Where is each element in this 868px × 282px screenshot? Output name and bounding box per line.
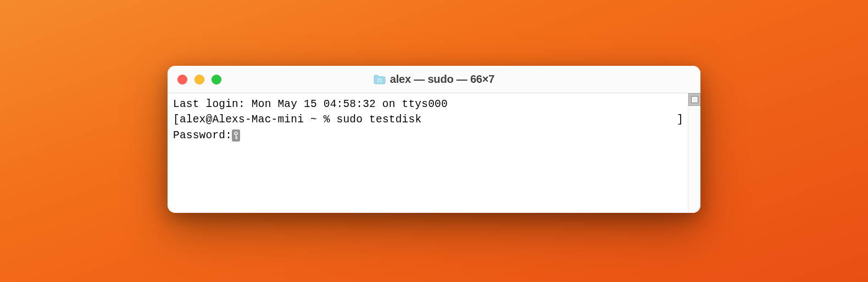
close-button[interactable] (177, 75, 187, 84)
terminal-content[interactable]: Last login: Mon May 15 04:58:32 on ttys0… (168, 93, 688, 213)
maximize-button[interactable] (212, 75, 221, 84)
window-controls (177, 75, 221, 84)
prompt-line: [alex@Alexs-Mac-mini ~ % sudo testdisk] (173, 112, 683, 127)
prompt-bracket-close: ] (677, 112, 683, 127)
prompt-bracket-open: [ (173, 114, 180, 126)
terminal-window: alex — sudo — 66×7 Last login: Mon May 1… (168, 66, 700, 213)
command-text: sudo testdisk (337, 114, 422, 126)
prompt-host: alex@Alexs-Mac-mini ~ % (180, 114, 337, 126)
password-line: Password: (173, 128, 683, 143)
svg-point-0 (235, 132, 237, 134)
terminal-body-wrap: Last login: Mon May 15 04:58:32 on ttys0… (168, 93, 700, 213)
password-label: Password: (173, 129, 232, 142)
title-container: alex — sudo — 66×7 (168, 73, 700, 86)
scrollbar-thumb-inner (691, 96, 698, 103)
folder-icon (374, 75, 386, 84)
window-title: alex — sudo — 66×7 (390, 73, 494, 86)
window-titlebar[interactable]: alex — sudo — 66×7 (168, 66, 700, 93)
key-icon (232, 129, 240, 142)
minimize-button[interactable] (194, 75, 204, 84)
last-login-line: Last login: Mon May 15 04:58:32 on ttys0… (173, 97, 683, 112)
scrollbar-thumb[interactable] (688, 93, 700, 106)
scrollbar-track[interactable] (688, 93, 700, 213)
